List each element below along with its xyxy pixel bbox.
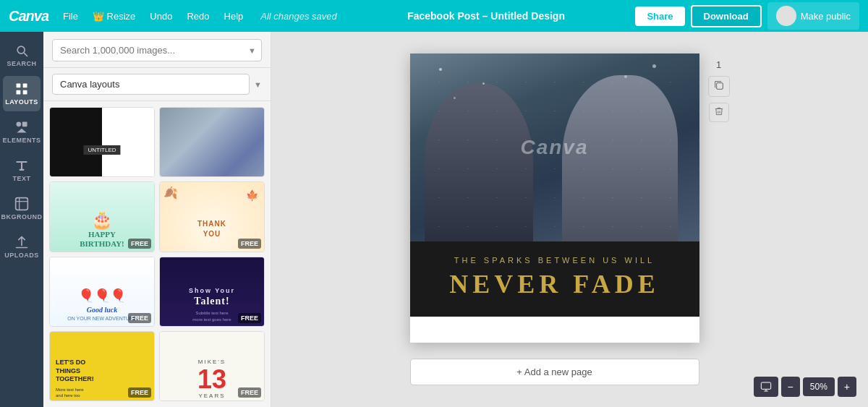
zoom-out-button[interactable]: − [781,377,800,397]
layout-item[interactable]: 🍂 🍁 🍁 🍂 THANKYOU FREE [159,181,265,252]
layout-item[interactable]: Show Your Talent! Subtitle text heremore… [159,257,265,327]
layout-item[interactable]: UNTITLED [49,107,155,177]
sidebar-item-search[interactable]: SEARCH [3,38,41,73]
crown-icon: 👑 [93,11,104,22]
layout-item[interactable]: 🎂 HAPPYBIRTHDAY! FREE [49,181,155,252]
svg-rect-1 [23,84,27,88]
duplicate-page-button[interactable] [708,76,730,97]
free-badge: FREE [128,313,151,323]
search-wrapper: ▼ [52,39,262,61]
top-nav: File 👑 Resize Undo Redo Help [57,8,249,25]
main-area: SEARCH LAYOUTS ELEMENTS TEXT BKGROUND UP… [0,32,868,407]
sidebar-item-background[interactable]: BKGROUND [3,191,41,226]
layout-item[interactable] [159,107,265,177]
topbar: Canva File 👑 Resize Undo Redo Help All c… [0,0,868,32]
search-input[interactable] [52,39,262,61]
svg-rect-3 [23,90,27,95]
copy-icon [713,80,725,91]
layout-item[interactable]: MIKE'S 13 YEARS FREE [159,331,265,401]
redo-button[interactable]: Redo [181,8,215,25]
grid-icon [14,82,29,96]
layout-filter-select[interactable]: Canva layouts [52,74,250,95]
svg-rect-7 [16,198,28,210]
svg-point-4 [17,122,22,127]
zoom-in-button[interactable]: + [838,377,856,397]
sidebar-layouts-label: LAYOUTS [5,98,38,106]
help-menu[interactable]: Help [218,8,250,25]
free-badge: FREE [238,313,261,323]
doc-title-area: Facebook Post – Untitled Design [346,9,627,22]
layout-item[interactable]: LET'S DOTHINGSTOGETHER! More text herean… [49,331,155,401]
sidebar-search-label: SEARCH [7,60,37,67]
free-badge: FREE [238,239,261,249]
text-icon [14,158,29,173]
free-badge: FREE [238,387,261,398]
canvas-text-area: THE SPARKS BETWEEN US WILL NEVER FADE [410,241,699,317]
free-badge: FREE [128,239,151,249]
canvas-subtitle: THE SPARKS BETWEEN US WILL [422,256,688,265]
layout-thumbnail: UNTITLED [50,108,154,177]
download-button[interactable]: Download [691,5,762,27]
panel-filter-area: Canva layouts ▼ [43,68,271,101]
canvas-main-text: NEVER FADE [422,269,688,299]
sidebar-item-text[interactable]: TEXT [3,153,41,188]
avatar [776,6,796,26]
share-button[interactable]: Share [635,7,684,26]
sidebar-item-layouts[interactable]: LAYOUTS [3,76,41,111]
layout-thumbnail [160,108,264,177]
autosave-status: All changes saved [260,11,337,22]
undo-button[interactable]: Undo [144,8,178,25]
sidebar-uploads-label: UPLOADS [4,252,39,259]
background-icon [14,197,29,211]
zoom-level: 50% [803,377,835,396]
search-icon [14,43,29,58]
layout-item[interactable]: 🎈🎈🎈 Good luck ON YOUR NEW ADVENTURE FREE [49,257,155,327]
search-dropdown-arrow[interactable]: ▼ [248,46,256,55]
filter-arrow-icon: ▼ [254,80,262,89]
sidebar: SEARCH LAYOUTS ELEMENTS TEXT BKGROUND UP… [0,32,43,407]
canvas-page[interactable]: Canva THE SPARKS BETWEEN US WILL NEVER F… [410,53,699,343]
elements-icon [14,120,29,134]
add-page-button[interactable]: + Add a new page [410,359,699,385]
make-public-button[interactable]: Make public [767,2,859,30]
sidebar-item-elements[interactable]: ELEMENTS [3,114,41,150]
canvas-wrapper: Canva THE SPARKS BETWEEN US WILL NEVER F… [410,53,730,385]
bottom-bar: − 50% + [754,377,856,397]
free-badge: FREE [128,387,151,398]
sidebar-item-uploads[interactable]: UPLOADS [3,229,41,265]
svg-rect-2 [17,90,21,95]
svg-rect-8 [716,83,723,90]
layouts-panel: ▼ Canva layouts ▼ UNTITLED [43,32,271,407]
svg-rect-5 [22,122,27,127]
svg-marker-6 [17,129,26,133]
sidebar-elements-label: ELEMENTS [3,137,41,144]
sidebar-text-label: TEXT [12,175,30,182]
canva-logo[interactable]: Canva [9,8,48,25]
trash-icon [714,106,724,116]
resize-menu[interactable]: 👑 Resize [87,8,141,25]
svg-rect-0 [17,84,21,88]
panel-search-area: ▼ [43,32,271,68]
canvas-area: Canva THE SPARKS BETWEEN US WILL NEVER F… [271,32,868,407]
upload-icon [14,235,29,249]
svg-rect-9 [761,382,770,389]
document-title: Facebook Post – Untitled Design [407,10,565,22]
canvas-design: Canva THE SPARKS BETWEEN US WILL NEVER F… [410,53,699,343]
page-number: 1 [716,59,721,70]
file-menu[interactable]: File [57,8,84,25]
canva-watermark: Canva [520,136,588,159]
topbar-actions: Share Download Make public [635,2,859,30]
page-controls: 1 [708,53,730,122]
present-icon [760,381,772,393]
sidebar-background-label: BKGROUND [1,213,43,220]
layouts-grid: UNTITLED 🎂 HAPPYBIRTHDAY! FREE [43,101,271,407]
present-button[interactable] [754,377,778,397]
canvas-photo: Canva [410,53,699,241]
delete-page-button[interactable] [709,103,729,122]
